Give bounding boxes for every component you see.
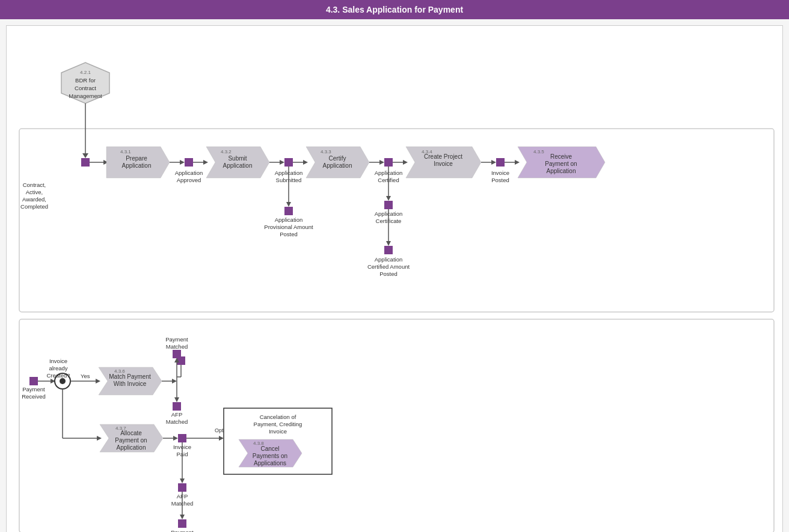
step-432-label2: Application	[223, 162, 253, 169]
pm-top-label2: Matched	[166, 343, 188, 350]
step-437-label3: Application	[117, 444, 146, 451]
step-431-label1: Prepare	[126, 155, 147, 162]
event-sq-432b	[284, 207, 293, 215]
event-sq-afp2	[178, 483, 186, 492]
event-sq-434	[496, 158, 505, 167]
event-sq-pm2	[178, 519, 186, 528]
step-433-label1: Certify	[329, 155, 346, 162]
inv-posted-label1: Invoice	[491, 170, 509, 176]
cancel-title2: Payment, Crediting	[254, 421, 302, 427]
pm2-label1: Payment	[171, 529, 194, 532]
step-435-label1: Receive	[550, 153, 573, 160]
diagram-container: 4.2.1 BDR for Contract Management Contra…	[6, 25, 783, 532]
process-diagram: 4.2.1 BDR for Contract Management Contra…	[16, 35, 780, 532]
app-cert-amt-label3: Posted	[379, 271, 398, 277]
gateway-label1: Invoice	[49, 358, 67, 364]
step-438-label1: Cancel	[260, 445, 279, 452]
app-approved-label2: Approved	[177, 177, 201, 183]
event-sq-pm-top	[173, 350, 181, 358]
event-sq-431	[185, 158, 193, 167]
step-433-num: 4.3.3	[321, 149, 331, 154]
bdr-id-label: 4.2.1	[80, 70, 91, 75]
event-sq-433b	[384, 201, 393, 209]
step-431-num: 4.3.1	[120, 149, 131, 154]
step-435-label2: Payment on	[545, 161, 577, 167]
event-sq-afp1	[173, 402, 181, 411]
cancel-title3: Invoice	[269, 428, 287, 435]
step-435-num: 4.3.5	[533, 149, 544, 154]
event-sq-432	[284, 158, 293, 167]
step-432-label1: Submit	[228, 155, 247, 162]
payment-received-sq	[29, 377, 38, 385]
pm-top-label1: Payment	[165, 336, 188, 343]
event-sq-inv-paid	[178, 434, 186, 442]
gateway-label2: already	[49, 365, 67, 371]
step-434-label1: Create Project	[424, 153, 462, 160]
gateway-label3: Created?	[46, 372, 70, 379]
start-label-line3: Awarded,	[22, 196, 46, 203]
bdr-label-line1: BDR for	[75, 77, 96, 84]
start-label-line4: Completed	[20, 203, 48, 210]
app-approved-label1: Application	[175, 170, 203, 176]
step-432-num: 4.3.2	[221, 149, 232, 154]
step-437-label2: Payment on	[115, 437, 147, 444]
step-434-label2: Invoice	[434, 161, 453, 167]
page-title: 4.3. Sales Application for Payment	[0, 0, 789, 19]
app-cert-amt-label2: Certified Amount	[367, 263, 410, 270]
step-436-label2: With Invoice	[114, 381, 147, 387]
event-sq-433	[384, 158, 393, 167]
payment-received-label2: Received	[22, 393, 46, 400]
app-prov-label3: Posted	[280, 231, 298, 237]
step-437-label1: Allocate	[120, 430, 142, 436]
afp1-label2: Matched	[166, 418, 188, 425]
inv-posted-label2: Posted	[491, 177, 509, 183]
afp1-label1: AFP	[171, 411, 182, 418]
step-431-label2: Application	[122, 162, 152, 169]
step-438-label2: Payments on	[253, 453, 287, 459]
app-cert-amt-label1: Application	[375, 256, 402, 263]
bdr-label-line2: Contract	[75, 85, 96, 91]
app-prov-label2: Provisional Amount	[264, 224, 313, 230]
step-433-label2: Application	[323, 162, 352, 169]
bdr-label-line3: Management	[69, 93, 102, 99]
start-event-sq	[81, 158, 90, 167]
step-436-label1: Match Payment	[109, 373, 151, 380]
app-prov-label1: Application	[275, 216, 302, 223]
payment-received-label1: Payment	[22, 386, 45, 393]
cancel-title1: Cancelation of	[260, 414, 296, 420]
step-435-label3: Application	[547, 168, 576, 174]
start-label-line2: Active,	[26, 189, 43, 195]
event-sq-433c	[384, 246, 393, 254]
start-label-line1: Contract,	[23, 182, 46, 188]
gateway-dot	[60, 378, 66, 384]
yes-label: Yes	[81, 373, 90, 379]
step-438-label3: Applications	[254, 460, 286, 466]
